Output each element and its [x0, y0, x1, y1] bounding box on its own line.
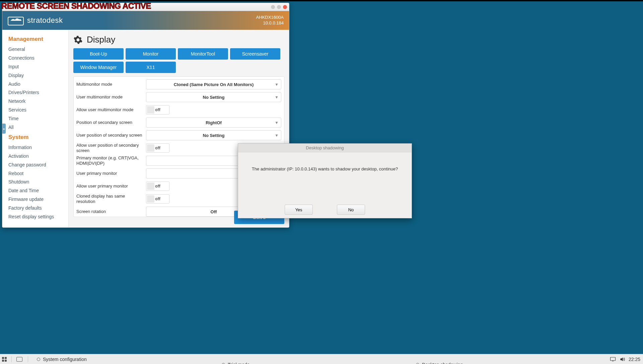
minimize-icon[interactable]	[271, 5, 275, 9]
toggle-allow-user-primary-monitor[interactable]: off	[146, 181, 169, 191]
select-user-position-of-secondary-screen[interactable]: No Setting	[146, 130, 281, 140]
form-label: User position of secondary screen	[76, 133, 143, 138]
volume-tray-icon[interactable]	[619, 357, 625, 362]
sidebar: ▸ Management GeneralConnectionsInputDisp…	[2, 30, 69, 227]
page-title: Display	[87, 34, 115, 45]
gear-icon	[73, 35, 83, 45]
dialog-no-button[interactable]: No	[337, 205, 365, 215]
sidebar-item-shutdown[interactable]: Shutdown	[8, 178, 68, 187]
tab-monitortool[interactable]: MonitorTool	[178, 48, 228, 60]
clock[interactable]: 22:25	[629, 357, 640, 362]
form-label: Cloned display has same resolution	[76, 194, 143, 205]
select-user-multimonitor-mode[interactable]: No Setting	[146, 92, 281, 102]
sidebar-item-general[interactable]: General	[8, 45, 68, 54]
svg-rect-1	[610, 357, 615, 361]
shadowing-dialog: Desktop shadowing The administrator (IP:…	[238, 143, 412, 218]
taskbar-item-label: Desktop shadowing	[422, 362, 463, 364]
toggle-cloned-display-has-same-resolution[interactable]: off	[146, 194, 169, 204]
display-tray-icon[interactable]	[610, 357, 616, 362]
taskbar-item-system-configuration[interactable]: System configuration	[37, 357, 87, 362]
sidebar-item-reset-display-settings[interactable]: Reset display settings	[8, 213, 68, 221]
select-multimonitor-mode[interactable]: Cloned (Same Picture On All Monitors)	[146, 79, 281, 89]
brand-name: stratodesk	[27, 16, 63, 25]
tab-boot-up[interactable]: Boot-Up	[73, 48, 124, 60]
sidebar-item-audio[interactable]: Audio	[8, 80, 68, 89]
toggle-allow-user-position-of-secondary-screen[interactable]: off	[146, 143, 169, 153]
form-label: Allow user primary monitor	[76, 184, 143, 189]
form-label: Allow user position of secondary screen	[76, 143, 143, 154]
task-indicator-icon	[222, 363, 225, 364]
taskbar-item-label: System configuration	[43, 357, 87, 362]
sidebar-item-information[interactable]: Information	[8, 143, 68, 152]
form-label: Allow user multimonitor mode	[76, 107, 143, 113]
form-label: Multimonitor mode	[76, 82, 143, 87]
svg-rect-0	[8, 17, 23, 25]
sidebar-item-display[interactable]: Display	[8, 71, 68, 80]
tab-monitor[interactable]: Monitor	[126, 48, 176, 60]
toggle-allow-user-multimonitor-mode[interactable]: off	[146, 105, 169, 115]
form-label: Screen rotation	[76, 209, 143, 214]
task-indicator-icon	[416, 363, 419, 364]
tab-window-manager[interactable]: Window Manager	[73, 62, 124, 73]
tab-bar: Boot-UpMonitorMonitorToolScreensaverWind…	[73, 48, 284, 73]
taskbar-item-trial-mode[interactable]: Trial mode	[222, 362, 250, 364]
form-label: User primary monitor	[76, 171, 143, 176]
form-label: Position of secondary screen	[76, 120, 143, 125]
taskbar: System configurationTrial modeDesktop sh…	[0, 354, 643, 364]
taskbar-item-label: Trial mode	[228, 362, 250, 364]
sidebar-item-drives-printers[interactable]: Drives/Printers	[8, 88, 68, 97]
sidebar-item-input[interactable]: Input	[8, 63, 68, 71]
dialog-title: Desktop shadowing	[238, 144, 412, 152]
form-label: Primary monitor (e.g. CRT|VGA, HDMI|DVI|…	[76, 155, 143, 166]
sidebar-item-change-password[interactable]: Change password	[8, 161, 68, 169]
dialog-yes-button[interactable]: Yes	[285, 205, 313, 215]
sidebar-heading-management: Management	[8, 36, 68, 43]
dialog-message: The administrator (IP: 10.0.0.143) wants…	[238, 152, 412, 171]
sidebar-item-reboot[interactable]: Reboot	[8, 169, 68, 178]
maximize-icon[interactable]	[277, 5, 281, 9]
sidebar-item-activation[interactable]: Activation	[8, 152, 68, 161]
tab-x-[interactable]: X11	[126, 62, 176, 73]
sidebar-item-all[interactable]: All	[8, 123, 68, 132]
app-header: stratodesk AHKDX1600A 10.0.0.184	[2, 11, 289, 30]
sidebar-expander[interactable]: ▸	[2, 124, 6, 134]
task-indicator-icon	[37, 358, 40, 361]
window-list-icon[interactable]	[16, 357, 22, 362]
stratodesk-logo-icon	[8, 15, 24, 26]
host-ip: 10.0.0.184	[256, 20, 284, 26]
sidebar-item-firmware-update[interactable]: Firmware update	[8, 195, 68, 204]
close-icon[interactable]	[283, 5, 287, 9]
sidebar-item-services[interactable]: Services	[8, 106, 68, 115]
sidebar-item-date-and-time[interactable]: Date and Time	[8, 187, 68, 195]
apps-menu-icon[interactable]	[2, 357, 7, 362]
taskbar-item-desktop-shadowing[interactable]: Desktop shadowing	[416, 362, 463, 364]
sidebar-heading-system: System	[8, 134, 68, 141]
sidebar-item-network[interactable]: Network	[8, 97, 68, 106]
sidebar-item-factory-defaults[interactable]: Factory defaults	[8, 204, 68, 213]
shadowing-banner: REMOTE SCREEN SHADOWING ACTIVE	[1, 1, 151, 11]
tab-screensaver[interactable]: Screensaver	[230, 48, 280, 60]
select-position-of-secondary-screen[interactable]: RightOf	[146, 118, 281, 128]
sidebar-item-time[interactable]: Time	[8, 115, 68, 123]
sidebar-item-connections[interactable]: Connections	[8, 54, 68, 63]
host-id: AHKDX1600A	[256, 15, 284, 20]
form-label: User multimonitor mode	[76, 94, 143, 100]
